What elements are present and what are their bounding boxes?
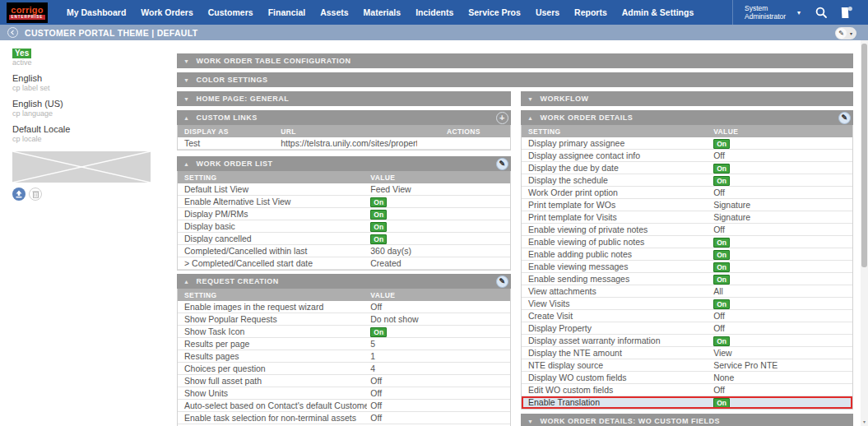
scrollbar-down-arrow[interactable]: ▾: [861, 419, 868, 424]
table-row[interactable]: Show Popular RequestsDo not show: [178, 313, 510, 326]
nav-item-materials[interactable]: Materials: [356, 0, 409, 25]
setting-label: Show full asset path: [178, 376, 367, 386]
table-row[interactable]: Display PropertyOff: [522, 322, 852, 335]
table-row[interactable]: Enable task selection for non-terminal a…: [178, 412, 510, 424]
nav-item-incidents[interactable]: Incidents: [408, 0, 461, 25]
edit-work-order-details-button[interactable]: ✎: [838, 112, 851, 124]
sidebar-image-actions: [12, 188, 169, 201]
table-row[interactable]: Results pages1: [178, 350, 510, 363]
table-row[interactable]: Print template for VisitsSignature: [522, 211, 852, 224]
table-row[interactable]: Display the scheduleOn: [522, 174, 852, 187]
table-row[interactable]: Display asset warranty informationOn: [522, 335, 852, 347]
edit-work-order-list-button[interactable]: ✎: [496, 158, 508, 170]
table-row[interactable]: Edit WO custom fieldsOff: [522, 384, 852, 396]
setting-value: All: [710, 286, 852, 296]
table-row[interactable]: Print template for WOsSignature: [522, 199, 852, 211]
back-button[interactable]: [7, 27, 18, 38]
upload-image-button[interactable]: [12, 188, 26, 201]
table-row[interactable]: Choices per question4: [178, 363, 510, 375]
setting-label: Display WO custom fields: [522, 373, 710, 382]
panel-header-work-order-table-configuration[interactable]: ▼ WORK ORDER TABLE CONFIGURATION: [177, 53, 853, 68]
table-row[interactable]: Enable images in the request wizardOff: [178, 301, 510, 313]
sidebar-field-value: English: [12, 73, 42, 83]
table-row[interactable]: Display primary assigneeOn: [522, 137, 852, 150]
panel-header-color-settings[interactable]: ▼ COLOR SETTINGS: [177, 72, 853, 87]
table-row[interactable]: Display basicOn: [178, 220, 510, 233]
table-row[interactable]: Default List ViewFeed View: [178, 183, 510, 196]
setting-value: On: [710, 397, 852, 408]
table-row[interactable]: Work Order print optionOff: [522, 187, 852, 199]
chevron-down-icon: ▼: [527, 419, 533, 424]
setting-label: Edit WO custom fields: [522, 385, 710, 395]
panel-header-workflow[interactable]: ▼ WORKFLOW: [521, 91, 853, 106]
table-row[interactable]: Display cancelledOn: [178, 233, 510, 245]
panel-header-wo-custom-fields[interactable]: ▼ WORK ORDER DETAILS: WO CUSTOM FIELDS: [521, 414, 853, 426]
panel-title: WORKFLOW: [540, 95, 588, 103]
edit-request-creation-button[interactable]: ✎: [496, 276, 508, 288]
chevron-up-icon: ▲: [183, 115, 189, 121]
table-row[interactable]: Enable TranslationOn: [522, 396, 852, 409]
table-row[interactable]: Enable viewing of public notesOn: [522, 236, 852, 248]
custom-link-row[interactable]: Test https://telstra.unily.com/sites/pro…: [178, 137, 510, 150]
table-row[interactable]: Display the due by dateOn: [522, 162, 852, 174]
page-edit-menu[interactable]: ✎ ▾: [835, 27, 856, 39]
setting-value: Service Pro NTE: [710, 360, 852, 370]
table-row[interactable]: View VisitsOn: [522, 298, 852, 310]
nav-item-users[interactable]: Users: [528, 0, 567, 25]
table-row[interactable]: View attachmentsAll: [522, 285, 852, 298]
table-row[interactable]: Show full asset pathOff: [178, 375, 510, 387]
table-row[interactable]: Display the NTE amountView: [522, 347, 852, 359]
table-row[interactable]: Results per page5: [178, 338, 510, 350]
on-badge: On: [713, 336, 730, 346]
table-row[interactable]: Enable adding public notesOn: [522, 248, 852, 261]
table-row[interactable]: Display WO custom fieldsNone: [522, 372, 852, 384]
nav-item-reports[interactable]: Reports: [567, 0, 615, 25]
user-menu[interactable]: System Administrator ▾: [732, 0, 809, 25]
nav-item-service-pros[interactable]: Service Pros: [461, 0, 528, 25]
nav-item-customers[interactable]: Customers: [201, 0, 261, 25]
table-row[interactable]: Show UnitsOff: [178, 387, 510, 400]
table-row[interactable]: Enable sending messagesOn: [522, 273, 852, 285]
table-row[interactable]: Create VisitOff: [522, 310, 852, 322]
panel-header-home-page-general[interactable]: ▼ HOME PAGE: GENERAL: [177, 91, 511, 106]
on-badge: On: [713, 238, 730, 248]
table-row[interactable]: > Completed/Cancelled start dateCreated: [178, 257, 510, 270]
setting-value: On: [367, 234, 510, 244]
scrollbar-thumb[interactable]: [861, 44, 867, 267]
nav-item-my-dashboard[interactable]: My Dashboard: [59, 0, 133, 25]
table-row[interactable]: Display assignee contact infoOff: [522, 150, 852, 162]
logo-brand-text: corrigo: [11, 5, 43, 15]
chevron-down-icon: ▼: [183, 96, 189, 102]
chevron-down-icon: ▼: [527, 96, 533, 102]
setting-value: On: [710, 299, 852, 309]
table-row[interactable]: Enable viewing of private notesOff: [522, 224, 852, 236]
setting-label: Choices per question: [178, 363, 367, 373]
vertical-scrollbar[interactable]: ▾: [861, 40, 868, 426]
delete-image-button[interactable]: [29, 188, 42, 201]
nav-item-work-orders[interactable]: Work Orders: [133, 0, 200, 25]
nav-item-admin-settings[interactable]: Admin & Settings: [615, 0, 702, 25]
panel-header-custom-links[interactable]: ▲ CUSTOM LINKS +: [177, 110, 511, 125]
panel-header-work-order-list[interactable]: ▲ WORK ORDER LIST ✎: [177, 156, 511, 171]
nav-item-financial[interactable]: Financial: [261, 0, 313, 25]
setting-label: Enable Translation: [522, 397, 710, 407]
table-row[interactable]: Show Task IconOn: [178, 326, 510, 338]
table-row[interactable]: Enable viewing messagesOn: [522, 261, 852, 273]
table-row[interactable]: Display PM/RMsOn: [178, 208, 510, 220]
table-row[interactable]: Enable Alternative List ViewOn: [178, 196, 510, 208]
search-icon[interactable]: [809, 0, 833, 25]
panel-header-request-creation[interactable]: ▲ REQUEST CREATION ✎: [177, 274, 511, 289]
setting-value: Off: [367, 302, 510, 312]
add-custom-link-button[interactable]: +: [496, 112, 508, 124]
table-row[interactable]: NTE display sourceService Pro NTE: [522, 359, 852, 372]
on-badge: On: [713, 176, 730, 186]
panel-title: HOME PAGE: GENERAL: [196, 95, 289, 103]
panel-header-work-order-details[interactable]: ▲ WORK ORDER DETAILS ✎: [521, 110, 853, 125]
setting-label: Enable images in the request wizard: [178, 302, 367, 312]
nav-item-assets[interactable]: Assets: [313, 0, 355, 25]
table-row[interactable]: Completed/Cancelled within last360 day(s…: [178, 245, 510, 257]
setting-label: Create Visit: [522, 311, 710, 321]
setting-value: On: [367, 326, 510, 337]
notifications-icon[interactable]: [833, 0, 858, 25]
table-row[interactable]: Auto-select based on Contact's default C…: [178, 400, 510, 412]
